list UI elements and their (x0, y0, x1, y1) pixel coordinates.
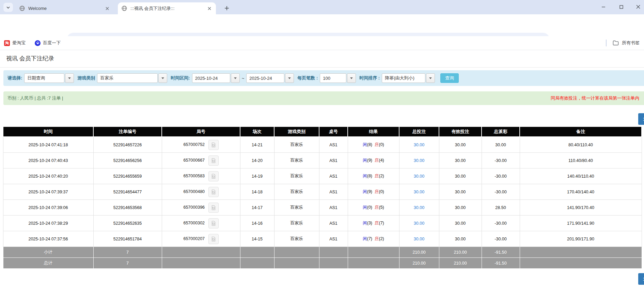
close-icon (636, 5, 640, 9)
per-page-dropdown-button[interactable] (347, 73, 356, 83)
sort-order-dropdown-button[interactable] (426, 73, 435, 83)
bookmarks-divider (606, 40, 607, 46)
summary-bar: 币别 : 人民币 | 总共 :7 注单 | 同局有效投注，统一计算在该局第一张注… (3, 91, 644, 105)
total-bet-cell: 30.00 (399, 137, 439, 153)
tab-close-icon[interactable] (104, 5, 110, 12)
round-cell: 657000207 (162, 231, 240, 247)
date-start-dropdown-button[interactable] (231, 73, 240, 83)
table-no: AS1 (319, 216, 348, 231)
total-bet-link[interactable]: 30.00 (414, 205, 424, 210)
browser-window: Welcome :::视讯 会员下注纪录::: (0, 0, 644, 296)
date-end-input[interactable] (246, 73, 284, 83)
total-bet-link[interactable]: 30.00 (414, 143, 424, 147)
chevron-down-icon (6, 5, 10, 10)
bookmark-taobao[interactable]: 淘 爱淘宝 (2, 38, 28, 48)
query-type-input[interactable] (24, 73, 64, 83)
window-minimize-button[interactable] (598, 2, 609, 12)
result-banker: 庄 (375, 236, 379, 241)
subtotal-count: 7 (93, 247, 162, 258)
window-close-button[interactable] (633, 2, 643, 12)
total-bet-link[interactable]: 30.00 (414, 221, 424, 226)
total-bet-link[interactable]: 30.00 (414, 237, 424, 241)
result-cell: 闲(7)庄(2) (348, 231, 399, 247)
video-replay-button[interactable] (208, 234, 219, 244)
session: 14-15 (240, 231, 274, 247)
tab-close-icon[interactable] (206, 5, 213, 12)
empty-cell (162, 258, 240, 269)
result-banker: 庄 (375, 174, 379, 178)
total-payout: -91.50 (482, 258, 520, 269)
result-cell: 闲(8)庄(0) (348, 137, 399, 153)
header-result: 结果 (348, 127, 399, 137)
remark: 201.90/171.90 (520, 231, 642, 247)
result-cell: 闲(0)庄(5) (348, 200, 399, 216)
bet-id: 522914653568 (93, 200, 162, 216)
caret-down-icon (350, 77, 353, 79)
header-game-type: 游戏类别 (274, 127, 319, 137)
valid-bet: 30.00 (439, 216, 482, 231)
new-tab-button[interactable] (222, 3, 232, 13)
video-replay-button[interactable] (208, 171, 219, 181)
page-number-button-bottom[interactable]: 1 (638, 273, 644, 285)
table-row: 2025-10-24 07:39:06 522914653568 6570003… (3, 200, 642, 216)
bet-id: 522914651784 (93, 231, 162, 247)
total-bet-link[interactable]: 30.00 (414, 158, 424, 163)
table-no: AS1 (319, 200, 348, 216)
subtotal-total-bet: 210.00 (399, 247, 439, 258)
bookmark-label: 百度一下 (43, 40, 61, 46)
result-cell: 闲(9)庄(4) (348, 153, 399, 168)
result-banker: 庄 (375, 205, 379, 210)
video-replay-button[interactable] (208, 203, 219, 213)
result-player-points: (3) (367, 221, 372, 225)
session: 14-21 (240, 137, 274, 153)
round-cell: 657000583 (162, 168, 240, 184)
video-replay-button[interactable] (208, 187, 219, 197)
result-banker: 庄 (375, 142, 379, 147)
total-bet-link[interactable]: 30.00 (414, 174, 424, 179)
page-number-button-top[interactable]: 1 (638, 113, 644, 125)
result-banker-points: (2) (379, 236, 384, 241)
tab-title: :::视讯 会员下注纪录::: (130, 5, 206, 12)
window-maximize-button[interactable] (616, 2, 626, 12)
result-player: 闲 (363, 236, 367, 241)
tab-search-button[interactable] (3, 3, 13, 12)
date-start-input[interactable] (192, 73, 230, 83)
result-banker: 庄 (375, 221, 379, 225)
header-valid-bet: 有效投注 (439, 127, 482, 137)
all-bookmarks-button[interactable]: 所有书签 (612, 38, 640, 48)
sort-order-input[interactable] (382, 73, 425, 83)
game-type-input[interactable] (97, 73, 158, 83)
result-player-points: (0) (367, 205, 372, 210)
result-player-points: (8) (367, 174, 372, 178)
result-banker: 庄 (375, 158, 379, 163)
minimize-icon (601, 5, 606, 9)
game-type-dropdown-button[interactable] (158, 73, 167, 83)
session: 14-19 (240, 168, 274, 184)
remark: 110.40/80.40 (520, 153, 642, 168)
empty-cell (520, 258, 642, 269)
video-replay-button[interactable] (208, 218, 219, 228)
round-cell: 657000302 (162, 216, 240, 231)
payout: 30.00 (482, 137, 520, 153)
game-type-combo (97, 73, 167, 83)
remark: 141.90/170.40 (520, 200, 642, 216)
header-session: 场次 (240, 127, 274, 137)
bookmark-baidu[interactable]: 百度一下 (33, 38, 63, 48)
valid-bet: 30.00 (439, 231, 482, 247)
total-bet-link[interactable]: 30.00 (414, 190, 424, 194)
empty-cell (240, 258, 274, 269)
query-type-dropdown-button[interactable] (65, 73, 74, 83)
round-number: 657000396 (183, 205, 205, 210)
date-end-dropdown-button[interactable] (285, 73, 294, 83)
result-banker-points: (5) (379, 205, 384, 210)
video-replay-button[interactable] (208, 156, 219, 166)
all-bookmarks-label: 所有书签 (622, 40, 640, 46)
search-button[interactable]: 查询 (440, 73, 459, 83)
tab-bet-records[interactable]: :::视讯 会员下注纪录::: (118, 2, 216, 14)
per-page-input[interactable] (320, 73, 346, 83)
round-cell: 657000752 (162, 137, 240, 153)
remark: 140.40/110.40 (520, 168, 642, 184)
per-page-combo (320, 73, 356, 83)
video-replay-button[interactable] (208, 140, 219, 150)
tab-welcome[interactable]: Welcome (16, 2, 114, 14)
